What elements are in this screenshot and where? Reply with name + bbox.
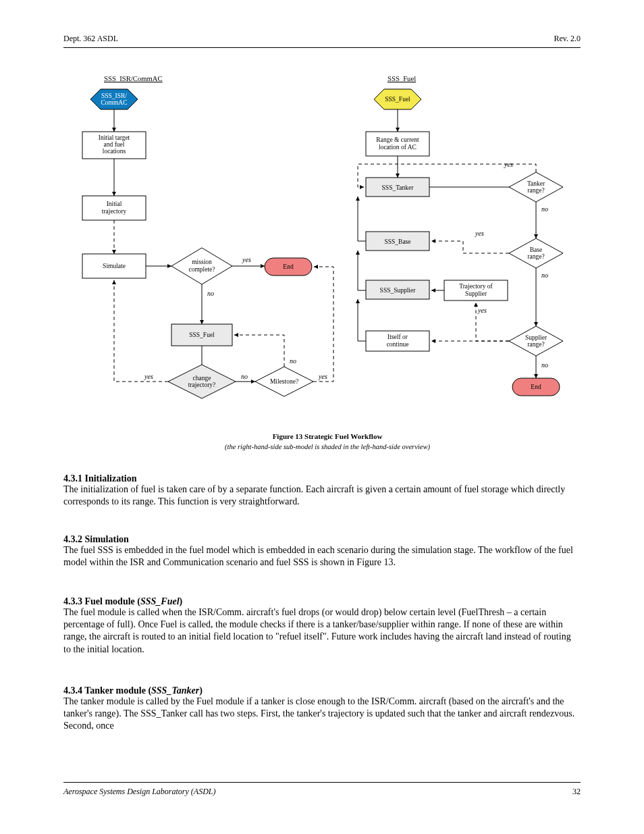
svg-text:yes: yes <box>475 230 484 237</box>
svg-text:SSS_Fuel: SSS_Fuel <box>189 332 215 338</box>
svg-text:trajectory?: trajectory? <box>188 382 216 388</box>
svg-text:Itself or: Itself or <box>387 334 408 340</box>
footer-right: 32 <box>572 787 581 797</box>
svg-text:no: no <box>541 271 548 279</box>
svg-text:no: no <box>541 361 548 369</box>
svg-text:Initial target: Initial target <box>99 134 130 141</box>
svg-text:change: change <box>193 375 211 382</box>
left-hex-l2: CommAC <box>101 99 127 106</box>
svg-text:continue: continue <box>387 341 409 348</box>
svg-text:range?: range? <box>527 253 544 260</box>
svg-text:range?: range? <box>527 187 544 194</box>
svg-text:SSS_Fuel: SSS_Fuel <box>385 96 410 103</box>
svg-text:location of AC: location of AC <box>379 144 417 151</box>
header-dept: Dept. 362 ASDL <box>63 34 118 44</box>
sec-432-body: The fuel SSS is embedded in the fuel mod… <box>63 544 581 569</box>
svg-text:Tanker: Tanker <box>527 180 545 187</box>
svg-text:complete?: complete? <box>188 266 215 273</box>
svg-text:End: End <box>531 384 541 390</box>
svg-text:yes: yes <box>477 307 487 314</box>
sec-433-body: The fuel module is called when the ISR/C… <box>63 606 581 656</box>
footer-left: Aerospace Systems Design Laboratory (ASD… <box>63 787 216 797</box>
svg-text:SSS_Supplier: SSS_Supplier <box>380 287 417 294</box>
fig-caption: Figure 13 Strategic Fuel Workflow <box>273 432 383 440</box>
sec-431-body: The initialization of fuel is taken care… <box>63 484 581 508</box>
svg-text:yes: yes <box>318 373 327 380</box>
svg-text:trajectory: trajectory <box>102 208 127 215</box>
svg-text:no: no <box>541 205 548 213</box>
svg-text:no: no <box>207 290 214 297</box>
svg-text:Simulate: Simulate <box>103 263 126 269</box>
svg-text:SSS_Tanker: SSS_Tanker <box>382 184 414 191</box>
header-rev: Rev. 2.0 <box>554 34 581 44</box>
svg-text:mission: mission <box>192 259 212 265</box>
svg-text:range?: range? <box>527 341 544 348</box>
svg-text:Trajectory of: Trajectory of <box>459 283 493 290</box>
svg-text:Base: Base <box>530 246 542 253</box>
svg-text:no: no <box>290 357 296 365</box>
svg-text:Supplier: Supplier <box>465 290 487 297</box>
right-title: SSS_Fuel <box>387 74 416 82</box>
svg-text:yes: yes <box>242 256 251 263</box>
svg-text:Milestone?: Milestone? <box>270 378 298 385</box>
svg-text:Range & current: Range & current <box>376 136 419 143</box>
sec-434-body: The tanker module is called by the Fuel … <box>63 696 581 733</box>
svg-text:yes: yes <box>144 373 153 380</box>
svg-text:SSS_Base: SSS_Base <box>384 238 410 245</box>
svg-text:End: End <box>283 263 294 270</box>
figure-flow: line,polyline{stroke:#000;stroke-width:1… <box>63 64 591 465</box>
left-hex-l1: SSS_ISR/ <box>101 93 127 99</box>
svg-text:no: no <box>241 373 248 380</box>
fig-subcaption: (the right-hand-side sub-model is shaded… <box>225 443 430 451</box>
svg-text:and fuel: and fuel <box>104 141 125 148</box>
svg-text:locations: locations <box>103 148 126 155</box>
svg-text:Initial: Initial <box>107 201 122 207</box>
svg-text:Supplier: Supplier <box>525 334 547 341</box>
left-title: SSS_ISR/CommAC <box>104 74 163 82</box>
